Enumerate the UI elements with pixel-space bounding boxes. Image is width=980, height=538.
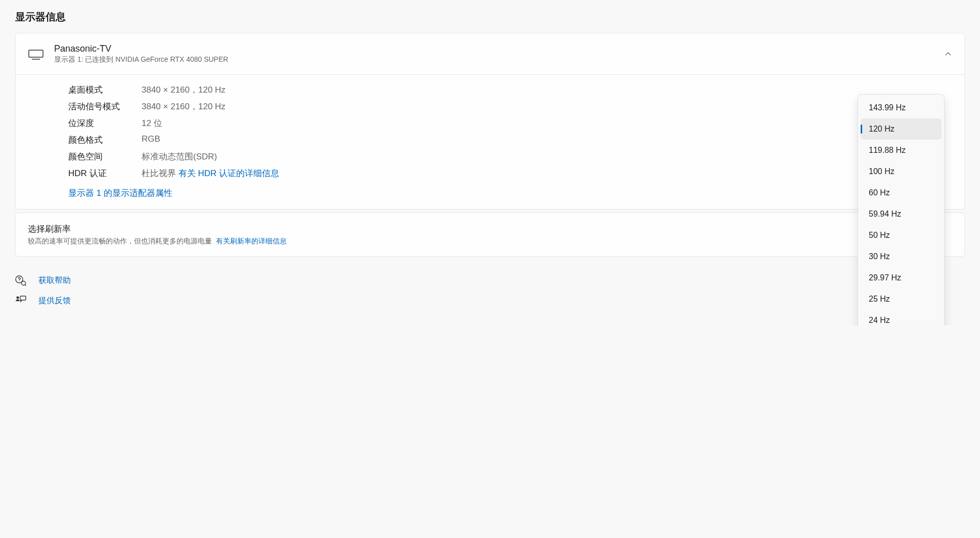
refresh-rate-option[interactable]: 119.88 Hz [861,140,942,161]
feedback-icon [15,295,26,306]
refresh-desc: 较高的速率可提供更流畅的动作，但也消耗更多的电源电量 有关刷新率的详细信息 [28,237,952,246]
display-name: Panasonic-TV [54,44,944,54]
prop-active-signal: 活动信号模式 3840 × 2160，120 Hz [68,101,952,112]
svg-line-5 [25,284,26,285]
svg-point-6 [17,297,19,299]
adapter-properties-link[interactable]: 显示器 1 的显示适配器属性 [68,187,172,199]
refresh-rate-option[interactable]: 30 Hz [861,246,942,267]
prop-value: 12 位 [142,117,162,129]
prop-value: 3840 × 2160，120 Hz [142,101,226,112]
feedback-link[interactable]: 提供反馈 [38,296,71,306]
help-links: 获取帮助 提供反馈 [15,275,965,306]
refresh-rate-option[interactable]: 29.97 Hz [861,267,942,288]
refresh-rate-option[interactable]: 143.99 Hz [861,97,942,118]
help-icon [15,275,26,286]
svg-rect-0 [29,50,43,57]
refresh-rate-dropdown[interactable]: 143.99 Hz120 Hz119.88 Hz100 Hz60 Hz59.94… [858,94,945,325]
prop-label: 位深度 [68,117,142,129]
svg-point-3 [19,281,19,281]
refresh-rate-option[interactable]: 50 Hz [861,225,942,246]
display-card-header[interactable]: Panasonic-TV 显示器 1: 已连接到 NVIDIA GeForce … [16,33,964,75]
svg-rect-7 [20,296,26,300]
feedback-row[interactable]: 提供反馈 [15,295,965,306]
monitor-icon [28,48,44,60]
prop-bit-depth: 位深度 12 位 [68,117,952,129]
prop-color-space: 颜色空间 标准动态范围(SDR) [68,151,952,162]
refresh-rate-option[interactable]: 120 Hz [861,118,942,140]
prop-value: 杜比视界 有关 HDR 认证的详细信息 [142,168,279,179]
display-header-text: Panasonic-TV 显示器 1: 已连接到 NVIDIA GeForce … [54,44,944,64]
prop-label: 颜色格式 [68,134,142,146]
hdr-cert-link[interactable]: 有关 HDR 认证的详细信息 [179,169,279,178]
display-properties: 桌面模式 3840 × 2160，120 Hz 活动信号模式 3840 × 21… [16,75,964,209]
display-info-card: Panasonic-TV 显示器 1: 已连接到 NVIDIA GeForce … [15,33,965,210]
prop-color-format: 颜色格式 RGB [68,134,952,146]
prop-label: 桌面模式 [68,84,142,96]
refresh-rate-option[interactable]: 60 Hz [861,182,942,203]
get-help-link[interactable]: 获取帮助 [38,275,71,286]
refresh-title: 选择刷新率 [28,223,952,235]
refresh-learn-more-link[interactable]: 有关刷新率的详细信息 [216,237,287,245]
refresh-rate-option[interactable]: 59.94 Hz [861,203,942,225]
refresh-desc-text: 较高的速率可提供更流畅的动作，但也消耗更多的电源电量 [28,237,212,245]
get-help-row[interactable]: 获取帮助 [15,275,965,286]
display-subtitle: 显示器 1: 已连接到 NVIDIA GeForce RTX 4080 SUPE… [54,55,944,64]
refresh-rate-option[interactable]: 25 Hz [861,288,942,310]
section-title: 显示器信息 [15,10,965,24]
refresh-rate-option[interactable]: 24 Hz [861,310,942,325]
prop-hdr-cert: HDR 认证 杜比视界 有关 HDR 认证的详细信息 [68,168,952,179]
hdr-cert-value: 杜比视界 [142,169,176,178]
chevron-up-icon [944,50,952,58]
prop-value: 3840 × 2160，120 Hz [142,84,226,96]
prop-value: 标准动态范围(SDR) [142,151,217,162]
prop-desktop-mode: 桌面模式 3840 × 2160，120 Hz [68,84,952,96]
prop-label: 颜色空间 [68,151,142,162]
prop-label: HDR 认证 [68,168,142,179]
refresh-rate-card[interactable]: 选择刷新率 较高的速率可提供更流畅的动作，但也消耗更多的电源电量 有关刷新率的详… [15,213,965,257]
refresh-rate-option[interactable]: 100 Hz [861,161,942,182]
svg-point-4 [22,281,26,285]
prop-value: RGB [142,134,160,146]
prop-label: 活动信号模式 [68,101,142,112]
